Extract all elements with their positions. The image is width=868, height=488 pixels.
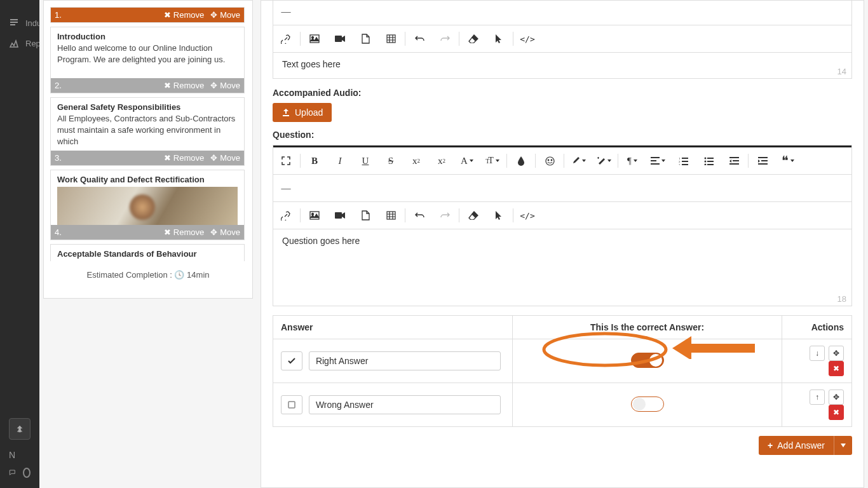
delete-answer-button[interactable]: ✖ [829, 361, 844, 376]
cursor-icon[interactable] [486, 205, 512, 226]
slide-list[interactable]: 1. ✖ Remove ✥ Move Introduction Hello an… [50, 7, 246, 261]
move-handle-button[interactable]: ✥ [829, 346, 844, 361]
slide-move-button[interactable]: ✥ Move [210, 153, 240, 163]
table-icon[interactable] [378, 205, 403, 226]
table-icon[interactable] [378, 28, 403, 50]
slide-item-1[interactable]: 1. ✖ Remove ✥ Move [50, 7, 245, 23]
correct-toggle[interactable] [631, 396, 664, 412]
svg-rect-8 [651, 160, 656, 161]
slide-remove-button[interactable]: ✖ Remove [164, 227, 204, 237]
quote-icon[interactable]: ❝ [775, 150, 801, 172]
editor-content-area[interactable]: Text goes here [273, 53, 851, 78]
fullscreen-icon[interactable] [273, 150, 299, 172]
video-icon[interactable] [327, 28, 353, 50]
add-answer-dropdown[interactable] [834, 436, 852, 455]
move-down-button[interactable]: ↓ [810, 346, 825, 361]
video-icon[interactable] [327, 205, 353, 226]
emoji-icon[interactable] [537, 150, 562, 172]
subscript-icon[interactable]: x2 [403, 150, 429, 172]
nav-bottom-n[interactable]: N [0, 446, 39, 464]
underline-icon[interactable]: U [353, 150, 378, 172]
slide-remove-button[interactable]: ✖ Remove [164, 81, 204, 90]
svg-rect-17 [707, 158, 714, 159]
nav-item-induct[interactable]: Induct [0, 13, 39, 33]
editor-toolbar-row2: — [273, 175, 851, 202]
chat-icon[interactable] [9, 468, 17, 478]
move-handle-button[interactable]: ✥ [829, 390, 844, 405]
slide-thumbnail-image [57, 187, 238, 225]
slide-remove-button[interactable]: ✖ Remove [164, 153, 204, 163]
ol-icon[interactable]: 123 [670, 150, 696, 172]
scroll-top-button[interactable] [9, 418, 31, 440]
image-icon[interactable] [302, 28, 327, 50]
slide-remove-button[interactable]: ✖ Remove [164, 10, 204, 20]
svg-rect-24 [729, 163, 739, 165]
superscript-icon[interactable]: x2 [429, 150, 454, 172]
align-icon[interactable] [645, 150, 670, 172]
slide-item-3[interactable]: General Safety Responsibilities All Empl… [50, 97, 245, 166]
editor-toolbar-row3: </> [273, 25, 851, 53]
answer-input[interactable]: Right Answer [309, 351, 501, 370]
file-icon[interactable] [353, 205, 378, 226]
slide-number: 1. [55, 10, 62, 20]
eraser-icon[interactable] [461, 28, 486, 50]
slide-preview-text: Hello and welcome to our Online Inductio… [57, 43, 238, 65]
editor-toolbar-row3: </> [273, 202, 851, 229]
image-icon[interactable] [302, 205, 327, 226]
minus-icon[interactable]: — [273, 1, 299, 22]
svg-rect-3 [387, 35, 395, 43]
slide-item-2[interactable]: Introduction Hello and welcome to our On… [50, 27, 245, 93]
minus-icon[interactable]: — [273, 177, 299, 199]
slide-move-button[interactable]: ✥ Move [210, 227, 240, 237]
ul-icon[interactable] [696, 150, 721, 172]
svg-text:3: 3 [679, 163, 681, 165]
svg-rect-26 [761, 160, 768, 161]
slide-bar: 3. ✖ Remove ✥ Move [51, 151, 244, 165]
font-size-icon[interactable]: TT [480, 150, 505, 172]
cursor-icon[interactable] [486, 28, 512, 50]
slide-item-5[interactable]: Acceptable Standards of Behaviour [50, 244, 245, 261]
outdent-icon[interactable] [721, 150, 747, 172]
nav-item-label: Repo [25, 39, 39, 48]
link-icon[interactable] [273, 28, 299, 50]
bold-icon[interactable]: B [302, 150, 327, 172]
slide-item-4[interactable]: Work Quality and Defect Rectification 4.… [50, 170, 245, 240]
eraser-icon[interactable] [461, 205, 486, 226]
redo-icon[interactable] [432, 28, 458, 50]
question-content-area[interactable]: Question goes here [273, 229, 851, 306]
indent-icon[interactable] [750, 150, 775, 172]
redo-icon[interactable] [432, 205, 458, 226]
editor-toolbar-row2: — [273, 0, 851, 25]
strike-icon[interactable]: S [378, 150, 403, 172]
answer-input[interactable]: Wrong Answer [309, 395, 501, 414]
italic-icon[interactable]: I [327, 150, 353, 172]
svg-rect-9 [651, 163, 660, 165]
magic-icon[interactable] [591, 150, 616, 172]
undo-icon[interactable] [407, 205, 432, 226]
nav-item-repo[interactable]: Repo [0, 33, 39, 53]
svg-point-29 [312, 214, 314, 215]
font-family-icon[interactable]: A [454, 150, 480, 172]
add-answer-button[interactable]: + Add Answer [759, 436, 834, 455]
answer-checkbox[interactable] [281, 351, 302, 370]
move-up-button[interactable]: ↑ [810, 390, 825, 405]
code-icon[interactable]: </> [515, 28, 540, 50]
code-icon[interactable]: </> [515, 205, 540, 226]
correct-toggle[interactable] [631, 353, 664, 368]
file-icon[interactable] [353, 28, 378, 50]
circle-icon[interactable] [23, 468, 31, 478]
slide-move-button[interactable]: ✥ Move [210, 81, 240, 90]
main-content[interactable]: — </> Text g [261, 0, 864, 488]
svg-rect-22 [729, 157, 739, 158]
delete-answer-button[interactable]: ✖ [829, 405, 844, 420]
drop-icon[interactable] [508, 150, 534, 172]
slide-move-button[interactable]: ✥ Move [210, 10, 240, 20]
answer-row: Wrong Answer ↑ ✥ ✖ [273, 383, 852, 427]
undo-icon[interactable] [407, 28, 432, 50]
link-icon[interactable] [273, 205, 299, 226]
slide-bar: 4. ✖ Remove ✥ Move [51, 225, 244, 240]
brush-icon[interactable] [566, 150, 591, 172]
paragraph-icon[interactable]: ¶ [620, 150, 645, 172]
answer-checkbox[interactable] [281, 395, 302, 414]
upload-button[interactable]: Upload [273, 103, 332, 122]
